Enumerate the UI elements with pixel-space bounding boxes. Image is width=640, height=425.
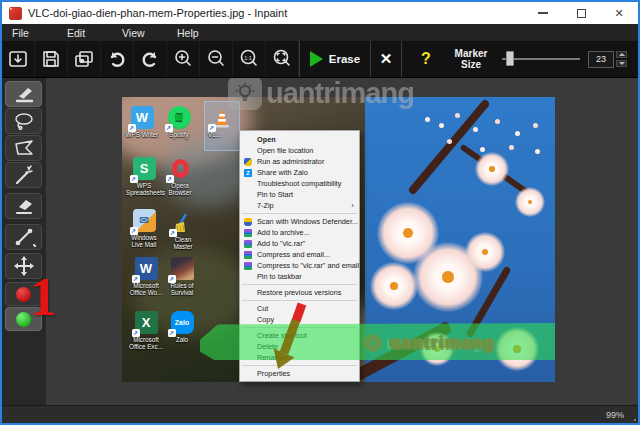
marker-size-slider[interactable]	[502, 41, 580, 77]
wps-writer-icon: W↗	[131, 106, 154, 129]
context-menu-item-pin-to-taskbar: Pin to taskbar	[240, 271, 359, 282]
maximize-icon	[577, 9, 586, 18]
shortcut-arrow-icon: ↗	[128, 124, 136, 132]
help-button[interactable]: ?	[410, 41, 442, 77]
context-menu-item-compress-vlc-rar-email: Compress to "vlc.rar" and email	[240, 260, 359, 271]
marker-size-value[interactable]: 23	[588, 51, 614, 68]
desktop-icon-wps-writer: W↗ WPS Writer	[124, 106, 160, 138]
marker-size-decrement-button[interactable]	[616, 60, 627, 67]
marker-icon	[12, 84, 36, 104]
window-title: VLC-doi-giao-dien-phan-mem-Properties.jp…	[28, 7, 287, 19]
close-icon: ✕	[614, 7, 623, 20]
editing-canvas[interactable]: W↗ WPS Writer ≋↗ Spotify ↗ VL... S↗ WPS …	[46, 78, 638, 405]
excel-icon: X↗	[135, 311, 158, 334]
zoom-out-button[interactable]	[200, 41, 233, 77]
quantrimang-watermark: uantrimang	[228, 78, 414, 110]
arrow-annotation	[262, 299, 322, 377]
arrow-up-icon	[619, 53, 625, 56]
context-menu-item-add-to-vlc-rar: Add to "vlc.rar"	[240, 238, 359, 249]
step-1-annotation: 1	[30, 270, 57, 324]
line-tool-button[interactable]	[5, 224, 42, 250]
zoom-actual-size-icon: 1:1	[238, 48, 260, 70]
context-menu-item-open: Open	[240, 133, 359, 145]
context-menu-item-compress-email: Compress and email...	[240, 249, 359, 260]
desktop-icon-windows-live-mail: ✉↗ Windows Live Mail	[126, 209, 162, 248]
green-highlight-annotation	[200, 323, 555, 360]
desktop-icon-zalo: Zalo↗ Zalo	[164, 311, 200, 343]
polygon-lasso-tool-button[interactable]	[5, 135, 42, 161]
resize-grip[interactable]	[634, 419, 636, 421]
red-marker-icon	[16, 287, 31, 302]
desktop-icon-spotify: ≋↗ Spotify	[161, 106, 197, 138]
shortcut-arrow-icon: ↗	[132, 275, 140, 283]
zalo-icon: Zalo↗	[171, 311, 194, 334]
shortcut-arrow-icon: ↗	[208, 124, 216, 132]
blossom	[515, 187, 545, 217]
save-button[interactable]	[35, 41, 68, 77]
blossom	[475, 152, 509, 186]
marker-tool-button[interactable]	[5, 81, 42, 107]
cancel-button[interactable]: ✕	[371, 41, 401, 77]
menu-file[interactable]: File	[12, 27, 67, 39]
blossom	[370, 262, 418, 310]
eraser-tool-button[interactable]	[5, 193, 42, 219]
lasso-icon	[12, 111, 36, 131]
zoom-fit-button[interactable]	[266, 41, 299, 77]
opera-icon: ↗	[169, 157, 192, 180]
magic-wand-tool-button[interactable]	[5, 162, 42, 188]
lasso-tool-button[interactable]	[5, 108, 42, 134]
wps-spreadsheets-icon: S↗	[133, 157, 156, 180]
redo-button[interactable]	[134, 41, 167, 77]
copy-result-button[interactable]	[68, 41, 101, 77]
context-menu-item-restore-versions: Restore previous versions	[240, 287, 359, 298]
marker-size-increment-button[interactable]	[616, 51, 627, 58]
clean-master-icon: ↗	[172, 211, 195, 234]
open-image-icon	[7, 48, 29, 70]
close-button[interactable]: ✕	[600, 2, 638, 24]
line-icon	[12, 227, 36, 247]
context-menu-item-share-with-zalo: ZShare with Zalo	[240, 167, 359, 178]
copy-result-icon	[73, 48, 95, 70]
shortcut-arrow-icon: ↗	[130, 175, 138, 183]
slider-handle[interactable]	[506, 51, 514, 66]
submenu-arrow-icon: ›	[351, 201, 354, 210]
desktop-icon-ms-word: W↗ Microsoft Office Wo...	[128, 257, 164, 296]
undo-icon	[106, 48, 128, 70]
desktop-icon-opera: ↗ Opera Browser	[162, 157, 198, 196]
blossom	[465, 232, 505, 272]
erase-button[interactable]: Erase	[300, 41, 370, 77]
watermark-brand-text: uantrimang	[266, 78, 414, 110]
marker-size-label: Marker Size	[448, 41, 494, 77]
open-image-button[interactable]	[2, 41, 35, 77]
minimize-icon	[538, 12, 548, 14]
menu-view[interactable]: View	[122, 27, 177, 39]
shortcut-arrow-icon: ↗	[132, 329, 140, 337]
magic-wand-icon	[12, 165, 36, 185]
menu-help[interactable]: Help	[177, 27, 232, 39]
zoom-in-icon	[172, 48, 194, 70]
defender-icon	[244, 218, 252, 226]
title-bar: VLC-doi-giao-dien-phan-mem-Properties.jp…	[2, 2, 638, 24]
undo-button[interactable]	[101, 41, 134, 77]
zoom-actual-size-button[interactable]: 1:1	[233, 41, 266, 77]
svg-text:1:1: 1:1	[244, 55, 252, 61]
context-menu-item-run-as-admin: Run as administrator	[240, 156, 359, 167]
context-menu-item-defender-scan: Scan with Windows Defender...	[240, 216, 359, 227]
desktop-icon-ms-excel: X↗ Microsoft Office Exc...	[128, 311, 164, 350]
zoom-in-button[interactable]	[167, 41, 200, 77]
shortcut-arrow-icon: ↗	[130, 227, 138, 235]
desktop-icon-vlc: ↗ VL...	[204, 106, 240, 138]
menu-edit[interactable]: Edit	[67, 27, 122, 39]
app-icon	[9, 7, 22, 20]
context-menu-item-pin-to-start: Pin to Start	[240, 189, 359, 200]
maximize-button[interactable]	[562, 2, 600, 24]
status-bar: 99%	[2, 405, 638, 423]
polygon-lasso-icon	[12, 138, 36, 158]
run-erase-icon	[310, 51, 323, 67]
shortcut-arrow-icon: ↗	[168, 275, 176, 283]
minimize-button[interactable]	[524, 2, 562, 24]
tool-sidebar	[2, 78, 46, 405]
zoom-fit-icon	[271, 48, 293, 70]
menu-separator	[242, 213, 357, 214]
menu-bar: File Edit View Help	[2, 24, 638, 41]
